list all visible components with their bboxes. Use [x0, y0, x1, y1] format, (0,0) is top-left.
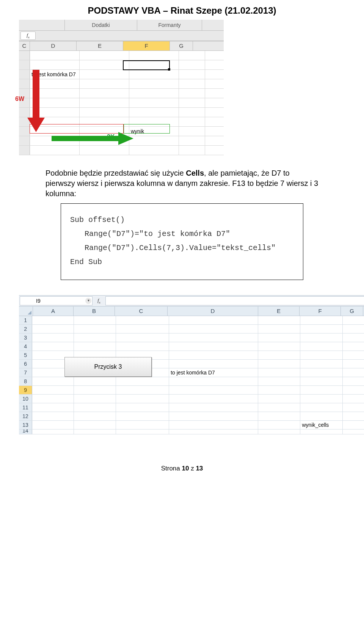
chevron-down-icon[interactable]: ▾ — [85, 298, 91, 304]
row-num[interactable]: 4 — [19, 342, 32, 351]
code-line-3: Range("D7").Cells(7,3).Value="tekst_cell… — [70, 241, 294, 255]
row-num[interactable]: 1 — [19, 316, 32, 324]
formula-bar-2: I9 ▾ fx — [19, 295, 364, 307]
para-1-bold: Cells — [186, 169, 204, 177]
ribbon-bar: Dodatki Formanty — [19, 20, 224, 31]
col2-e[interactable]: E — [258, 307, 300, 316]
formula-bar: fx — [19, 31, 224, 41]
col2-f[interactable]: F — [300, 307, 341, 316]
col-c[interactable]: C — [19, 41, 30, 50]
col2-b[interactable]: B — [74, 307, 115, 316]
label-6w: 6W — [15, 96, 24, 102]
col2-a[interactable]: A — [33, 307, 74, 316]
column-headers-2: A B C D E F G — [19, 307, 364, 316]
code-line-4: End Sub — [70, 255, 294, 269]
col-d[interactable]: D — [30, 41, 77, 50]
footer-mid: z — [189, 465, 196, 472]
col2-d[interactable]: D — [168, 307, 258, 316]
footer-pre: Strona — [161, 465, 182, 472]
footer-page: 10 — [182, 465, 189, 472]
col2-c[interactable]: C — [115, 307, 168, 316]
column-headers: C D E F G — [19, 41, 224, 51]
paragraph-1: Podobnie będzie przedstawiać się użycie … — [46, 168, 318, 199]
label-2k: 2K — [107, 134, 115, 140]
row-num[interactable]: 11 — [19, 403, 32, 412]
grid-body-2: 1 2 3 4 5 6 7to jest komórka D7 8 9 10 1… — [19, 316, 364, 434]
page-footer: Strona 10 z 13 — [23, 465, 341, 472]
fx-icon[interactable]: fx — [97, 297, 100, 304]
para-1-text-pre: Podobnie będzie przedstawiać się użycie — [46, 169, 186, 177]
figure-2: I9 ▾ fx A B C D E F G 1 2 3 4 5 6 7to je… — [19, 295, 364, 434]
row-num[interactable]: 8 — [19, 377, 32, 385]
code-line-2: Range("D7")="to jest komórka D7" — [70, 227, 294, 241]
row-num[interactable]: 2 — [19, 325, 32, 333]
row-num[interactable]: 13 — [19, 421, 32, 429]
ribbon-tab-dodatki[interactable]: Dodatki — [65, 20, 137, 30]
row-num[interactable]: 7 — [19, 368, 32, 377]
redbox-icon — [30, 124, 124, 134]
row-num[interactable]: 5 — [19, 351, 32, 359]
row-num[interactable]: 14 — [19, 429, 32, 434]
row-num[interactable]: 12 — [19, 412, 32, 420]
greenbox-icon — [124, 124, 170, 134]
col2-g[interactable]: G — [341, 307, 363, 316]
formula-input[interactable] — [105, 296, 364, 305]
button-przycisk-3[interactable]: Przycisk 3 — [64, 357, 152, 377]
cell-d7-text[interactable]: to jest komórka D7 — [30, 70, 80, 79]
footer-total: 13 — [196, 465, 203, 472]
code-box: Sub offset() Range("D7")="to jest komórk… — [61, 203, 303, 280]
name-box[interactable]: I9 ▾ — [20, 296, 93, 305]
name-box-value: I9 — [36, 298, 41, 304]
fx-icon[interactable]: fx — [20, 31, 36, 40]
code-line-1: Sub offset() — [70, 213, 294, 227]
row-num-selected[interactable]: 9 — [19, 386, 32, 394]
cell-f13[interactable]: wynik_cells — [300, 421, 342, 429]
col-f-selected[interactable]: F — [123, 41, 170, 50]
document-title: PODSTAWY VBA – Rinat Szepe (21.02.2013) — [23, 5, 341, 16]
col-g[interactable]: G — [170, 41, 193, 50]
row-num[interactable]: 3 — [19, 333, 32, 342]
row-num[interactable]: 6 — [19, 360, 32, 368]
col-e[interactable]: E — [77, 41, 123, 50]
row-num[interactable]: 10 — [19, 395, 32, 403]
grid-body-1: to jest komórka D7 wynik 6W 2K — [19, 51, 224, 155]
select-all-corner[interactable] — [19, 307, 33, 316]
cell-d7[interactable]: to jest komórka D7 — [169, 368, 258, 377]
ribbon-tab-formanty[interactable]: Formanty — [137, 20, 202, 30]
figure-1: Dodatki Formanty fx C D E F G to jest ko… — [19, 20, 224, 155]
